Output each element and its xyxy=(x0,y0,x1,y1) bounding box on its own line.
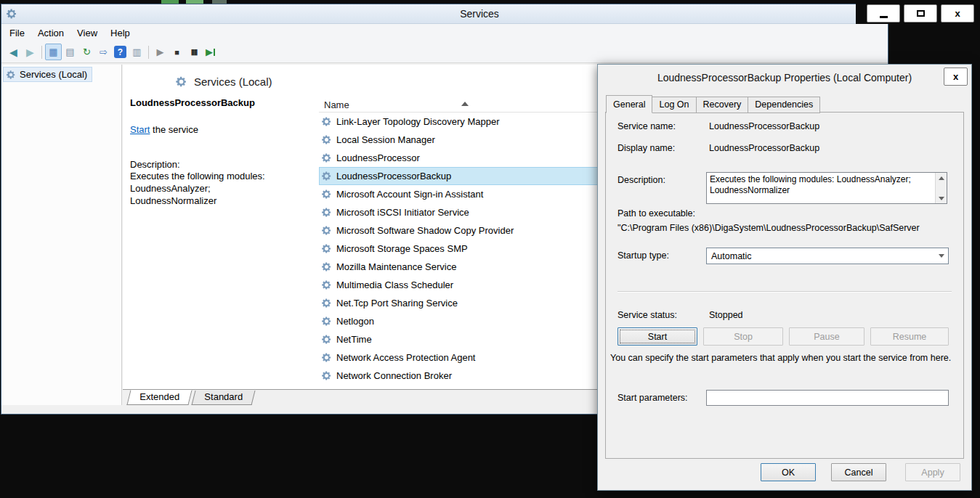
tab-dependencies[interactable]: Dependencies xyxy=(748,97,820,113)
service-gear-icon xyxy=(321,243,332,254)
menu-bar: File Action View Help xyxy=(1,24,888,41)
tab-extended[interactable]: Extended xyxy=(126,390,192,405)
service-action-line: Start the service xyxy=(130,124,317,135)
detail-pane: LoudnessProcessorBackup Start the servic… xyxy=(130,97,317,207)
toolbar-separator xyxy=(41,46,42,59)
pause-service-icon[interactable]: ▮▮ xyxy=(185,44,202,60)
service-name: Netlogon xyxy=(336,316,374,327)
scroll-up-button[interactable] xyxy=(936,173,947,183)
maximize-button[interactable] xyxy=(904,4,937,23)
stop-service-icon[interactable]: ■ xyxy=(169,44,185,60)
content-header-title: Services (Local) xyxy=(194,75,272,88)
dropdown-area[interactable] xyxy=(935,248,948,264)
service-name: Link-Layer Topology Discovery Mapper xyxy=(336,116,499,127)
show-action-pane-icon[interactable]: ▥ xyxy=(129,44,145,60)
ok-button[interactable]: OK xyxy=(761,463,816,481)
menu-file[interactable]: File xyxy=(3,25,31,41)
chevron-down-icon xyxy=(939,254,944,258)
apply-button[interactable]: Apply xyxy=(905,463,960,481)
close-button[interactable]: x xyxy=(941,4,974,23)
cancel-button[interactable]: Cancel xyxy=(831,463,886,481)
service-name: Microsoft Account Sign-in Assistant xyxy=(336,189,483,200)
service-name: Microsoft Storage Spaces SMP xyxy=(336,243,468,254)
menu-help[interactable]: Help xyxy=(104,25,137,41)
start-parameters-label: Start parameters: xyxy=(617,393,688,403)
forward-icon[interactable]: ▶ xyxy=(22,44,39,60)
start-parameters-hint: You can specify the start parameters tha… xyxy=(610,352,952,364)
services-gear-icon xyxy=(6,70,16,80)
resume-button[interactable]: Resume xyxy=(870,327,949,346)
close-icon: x xyxy=(953,71,958,82)
services-gear-icon xyxy=(175,75,187,88)
service-name: Microsoft iSCSI Initiator Service xyxy=(336,207,469,218)
description-textbox[interactable]: Executes the following modules: Loudness… xyxy=(706,172,947,204)
title-bar[interactable]: Services xyxy=(1,4,888,24)
dialog-tabs: General Log On Recovery Dependencies xyxy=(606,97,820,113)
properties-dialog: LoudnessProcessorBackup Properties (Loca… xyxy=(597,64,972,491)
path-label: Path to executable: xyxy=(617,208,695,219)
dialog-title-bar[interactable]: LoudnessProcessorBackup Properties (Loca… xyxy=(598,65,971,89)
service-name: Local Session Manager xyxy=(336,134,435,145)
window-title: Services xyxy=(460,8,499,20)
tab-recovery[interactable]: Recovery xyxy=(697,97,749,113)
action-suffix: the service xyxy=(150,124,198,135)
pause-button[interactable]: Pause xyxy=(789,327,864,346)
path-value: "C:\Program Files (x86)\DigaSystem\Loudn… xyxy=(617,223,960,233)
service-gear-icon xyxy=(321,152,332,163)
menu-view[interactable]: View xyxy=(70,25,104,41)
description-text: Executes the following modules: Loudness… xyxy=(707,173,935,203)
service-status-label: Service status: xyxy=(617,310,677,320)
stop-button[interactable]: Stop xyxy=(703,327,783,346)
sort-ascending-icon xyxy=(461,102,469,106)
service-name: Net.Tcp Port Sharing Service xyxy=(336,298,458,309)
start-service-icon[interactable]: ▶ xyxy=(152,44,169,60)
startup-type-value: Automatic xyxy=(707,251,935,261)
help-icon[interactable]: ? xyxy=(112,44,129,60)
console-tree: Services (Local) xyxy=(1,65,122,405)
service-gear-icon xyxy=(321,134,332,145)
start-service-link[interactable]: Start xyxy=(130,124,150,135)
startup-type-label: Startup type: xyxy=(617,250,669,261)
dialog-title: LoudnessProcessorBackup Properties (Loca… xyxy=(657,72,912,83)
description-line: LoudnessNormalizer xyxy=(130,195,317,207)
selected-service-name: LoudnessProcessorBackup xyxy=(130,97,317,108)
tree-item-services-local[interactable]: Services (Local) xyxy=(3,67,92,82)
service-name: Network Connection Broker xyxy=(336,370,452,381)
back-icon[interactable]: ◀ xyxy=(5,44,22,60)
refresh-icon[interactable]: ↻ xyxy=(78,44,95,60)
toolbar: ◀ ▶ ▦ ▤ ↻ ⇨ ? ▥ ▶ ■ ▮▮ ▶ xyxy=(1,41,888,63)
show-console-tree-icon[interactable]: ▦ xyxy=(45,44,62,60)
display-name-value: LoudnessProcessorBackup xyxy=(709,143,819,153)
section-divider xyxy=(617,291,952,293)
dialog-close-button[interactable]: x xyxy=(944,68,968,86)
service-gear-icon xyxy=(321,298,332,309)
start-button[interactable]: Start xyxy=(617,327,697,346)
service-gear-icon xyxy=(321,261,332,272)
service-gear-icon xyxy=(321,207,332,218)
scroll-down-button[interactable] xyxy=(936,193,947,203)
chevron-up-icon xyxy=(939,176,944,180)
service-name: NetTime xyxy=(336,334,372,345)
tab-general[interactable]: General xyxy=(606,95,652,113)
service-name: Network Access Protection Agent xyxy=(336,352,475,363)
service-status-value: Stopped xyxy=(709,310,743,320)
startup-type-dropdown[interactable]: Automatic xyxy=(706,248,949,264)
service-gear-icon xyxy=(321,225,332,236)
service-name: LoudnessProcessorBackup xyxy=(336,171,451,181)
toolbar-separator xyxy=(148,46,149,59)
tab-log-on[interactable]: Log On xyxy=(652,97,696,113)
start-parameters-input[interactable] xyxy=(706,390,949,406)
description-label: Description: xyxy=(617,175,665,185)
tab-standard[interactable]: Standard xyxy=(191,391,255,405)
window-view-icon[interactable]: ▤ xyxy=(62,44,78,60)
description-scrollbar xyxy=(935,173,947,203)
restart-service-icon[interactable]: ▶ xyxy=(202,44,219,60)
chevron-down-icon xyxy=(939,197,944,200)
minimize-button[interactable] xyxy=(867,4,900,23)
menu-action[interactable]: Action xyxy=(31,25,70,41)
tree-item-label: Services (Local) xyxy=(20,69,87,80)
minimize-icon xyxy=(880,16,888,18)
export-list-icon[interactable]: ⇨ xyxy=(95,44,112,60)
service-gear-icon xyxy=(321,116,332,127)
service-name-label: Service name: xyxy=(617,121,676,131)
